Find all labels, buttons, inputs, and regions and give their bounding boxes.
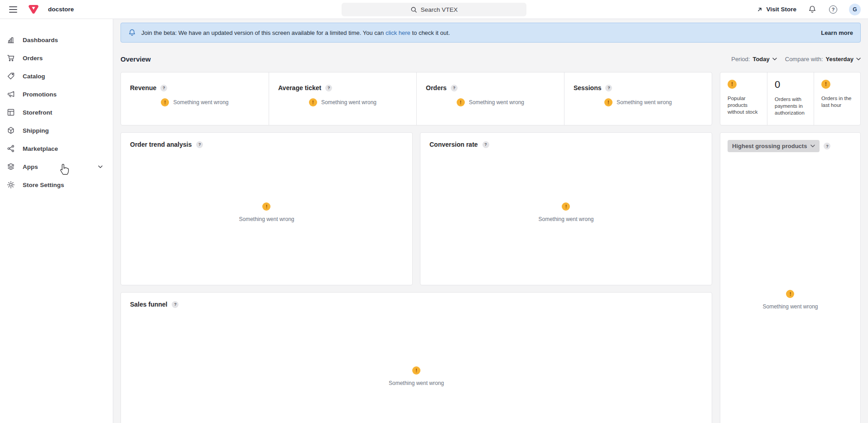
card-title: Conversion rate xyxy=(429,141,478,148)
search-input[interactable]: Search VTEX xyxy=(342,3,526,16)
sidebar: Dashboards Orders Catalog xyxy=(0,19,113,423)
topbar-actions: Visit Store ? G xyxy=(757,4,861,15)
cart-icon xyxy=(6,53,15,62)
product-ranking-select[interactable]: Highest grossing products xyxy=(728,140,820,152)
period-controls: Period: Today Compare with: Yesterday xyxy=(731,56,861,62)
error-state: ! Something went wrong xyxy=(239,202,294,222)
error-state: ! Something went wrong xyxy=(762,290,818,310)
click-here-link[interactable]: click here xyxy=(386,29,410,36)
warning-icon: ! xyxy=(604,98,612,106)
warning-icon: ! xyxy=(309,98,317,106)
error-state: ! Something went wrong xyxy=(538,202,593,222)
search-icon xyxy=(410,6,417,13)
kpi-card: Revenue ? ! Something went wrong Average… xyxy=(121,72,712,125)
help-icon[interactable]: ? xyxy=(828,5,838,14)
help-tooltip-icon[interactable]: ? xyxy=(824,143,830,149)
sidebar-item-promotions[interactable]: Promotions xyxy=(0,85,113,103)
period-select[interactable]: Today xyxy=(752,56,776,62)
help-tooltip-icon[interactable]: ? xyxy=(160,85,167,91)
tag-icon xyxy=(6,72,15,81)
topbar: docstore Search VTEX Visit Store ? xyxy=(0,0,868,19)
main-content: Join the beta: We have an updated versio… xyxy=(113,19,868,423)
help-tooltip-icon[interactable]: ? xyxy=(172,301,178,308)
quick-stats-card: ! Popular products without stock 0 Order… xyxy=(720,72,861,125)
help-tooltip-icon[interactable]: ? xyxy=(325,85,332,91)
error-state: ! Something went wrong xyxy=(389,366,444,386)
account-name: docstore xyxy=(48,6,74,13)
search-placeholder: Search VTEX xyxy=(421,6,458,13)
help-tooltip-icon[interactable]: ? xyxy=(482,141,489,148)
banner-bell-icon xyxy=(128,29,136,37)
sidebar-item-apps[interactable]: Apps xyxy=(0,158,113,176)
stat-popular-products: ! Popular products without stock xyxy=(720,72,767,125)
layers-icon xyxy=(6,162,15,171)
warning-icon: ! xyxy=(161,98,169,106)
avatar[interactable]: G xyxy=(849,4,861,15)
arrow-up-right-icon xyxy=(757,6,763,13)
sidebar-item-dashboards[interactable]: Dashboards xyxy=(0,31,113,49)
sidebar-item-marketplace[interactable]: Marketplace xyxy=(0,139,113,158)
gear-icon xyxy=(6,180,15,189)
metric-average-ticket: Average ticket ? ! Something went wrong xyxy=(269,72,416,125)
warning-icon: ! xyxy=(412,366,420,375)
chevron-down-icon xyxy=(856,58,861,61)
share-icon xyxy=(6,144,15,153)
megaphone-icon xyxy=(6,90,15,99)
card-title: Order trend analysis xyxy=(130,141,192,148)
warning-icon: ! xyxy=(262,202,270,211)
page-title: Overview xyxy=(121,55,151,63)
stat-orders-authorization: 0 Orders with payments in authorization xyxy=(767,72,814,125)
hamburger-menu-icon[interactable] xyxy=(7,4,19,15)
chevron-down-icon xyxy=(772,58,777,61)
warning-icon: ! xyxy=(821,80,830,89)
order-trend-analysis-card: Order trend analysis ? ! Something went … xyxy=(121,132,413,285)
metric-revenue: Revenue ? ! Something went wrong xyxy=(121,72,269,125)
metric-orders: Orders ? ! Something went wrong xyxy=(416,72,564,125)
metric-sessions: Sessions ? ! Something went wrong xyxy=(564,72,712,125)
vtex-logo-icon xyxy=(28,5,39,14)
notifications-bell-icon[interactable] xyxy=(807,5,817,14)
help-tooltip-icon[interactable]: ? xyxy=(605,85,612,91)
period-label: Period: xyxy=(731,56,750,62)
visit-store-button[interactable]: Visit Store xyxy=(757,6,796,13)
warning-icon: ! xyxy=(786,290,794,298)
stat-value: 0 xyxy=(775,79,780,90)
chevron-down-icon xyxy=(98,165,103,168)
highest-grossing-products-card: Highest grossing products ? ! Something … xyxy=(720,132,861,423)
bar-chart-icon xyxy=(6,35,15,44)
layout-icon xyxy=(6,108,15,117)
card-title: Sales funnel xyxy=(130,301,167,308)
sidebar-item-store-settings[interactable]: Store Settings xyxy=(0,176,113,194)
help-tooltip-icon[interactable]: ? xyxy=(451,85,458,91)
box-icon xyxy=(6,126,15,135)
banner-message: Join the beta: We have an updated versio… xyxy=(141,29,450,36)
stat-orders-last-hour: ! Orders in the last hour xyxy=(814,72,860,125)
beta-banner: Join the beta: We have an updated versio… xyxy=(121,23,861,43)
warning-icon: ! xyxy=(562,202,570,211)
sidebar-item-catalog[interactable]: Catalog xyxy=(0,67,113,85)
conversion-rate-card: Conversion rate ? ! Something went wrong xyxy=(420,132,712,285)
help-tooltip-icon[interactable]: ? xyxy=(196,141,203,148)
compare-label: Compare with: xyxy=(785,56,823,62)
learn-more-button[interactable]: Learn more xyxy=(821,29,853,36)
sidebar-item-orders[interactable]: Orders xyxy=(0,49,113,67)
compare-select[interactable]: Yesterday xyxy=(826,56,861,62)
sidebar-item-shipping[interactable]: Shipping xyxy=(0,121,113,139)
page-header: Overview Period: Today Compare with: Yes… xyxy=(121,55,861,63)
warning-icon: ! xyxy=(457,98,465,106)
sales-funnel-card: Sales funnel ? ! Something went wrong xyxy=(121,292,712,423)
warning-icon: ! xyxy=(728,80,737,89)
chevron-down-icon xyxy=(810,144,815,148)
sidebar-item-storefront[interactable]: Storefront xyxy=(0,103,113,121)
